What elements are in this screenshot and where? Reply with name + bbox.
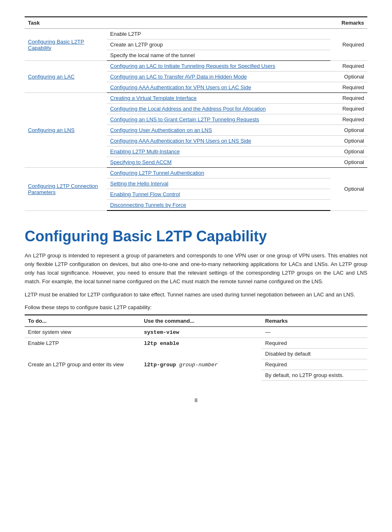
todo-cell: Create an L2TP group and enter its view (25, 359, 141, 381)
detail-link[interactable]: Configuring an LAC to Transfer AVP Data … (110, 74, 247, 80)
detail-link[interactable]: Configuring L2TP Tunnel Authentication (110, 170, 204, 176)
section-heading: Configuring Basic L2TP Capability (25, 227, 367, 245)
task-link[interactable]: Configuring Basic L2TP Capability (28, 39, 84, 51)
detail-cell: Create an L2TP group (107, 39, 330, 50)
detail-link[interactable]: Creating a Virtual Template Interface (110, 95, 197, 101)
remarks-header: Remarks (330, 17, 367, 29)
remarks-cell: Required (262, 359, 367, 370)
detail-cell: Specifying to Send ACCM (107, 157, 330, 168)
navigation-table: Task Remarks Configuring Basic L2TP Capa… (25, 16, 367, 211)
todo-cell: Enter system view (25, 327, 141, 338)
table-row: Enable L2TPl2tp enableRequired (25, 338, 367, 349)
remarks-cell: Required (262, 338, 367, 349)
task-cell: Configuring Basic L2TP Capability (25, 29, 107, 61)
remarks-cell: Required (330, 29, 367, 61)
table-row: Configuring Basic L2TP CapabilityEnable … (25, 29, 367, 39)
remarks-cell: Optional (330, 157, 367, 168)
detail-cell: Setting the Hello Interval (107, 178, 330, 189)
body-paragraph-1: An L2TP group is intended to represent a… (25, 252, 367, 286)
remarks-cell: Required (330, 61, 367, 72)
detail-cell: Enabling Tunnel Flow Control (107, 189, 330, 200)
remarks-cell: Optional (330, 168, 367, 211)
remarks-cell: Optional (330, 136, 367, 146)
remarks-cell: Required (330, 104, 367, 114)
remarks-cell: Required (330, 114, 367, 125)
detail-cell: Enable L2TP (107, 29, 330, 39)
cmd-cell: system-view (141, 327, 262, 338)
task-header: Task (25, 17, 107, 29)
detail-cell: Creating a Virtual Template Interface (107, 93, 330, 104)
remarks-cell: Required (330, 93, 367, 104)
detail-link[interactable]: Configuring AAA Authentication for VPN U… (110, 84, 251, 90)
detail-link[interactable]: Configuring User Authentication on an LN… (110, 127, 212, 133)
cmd-cell: l2tp enable (141, 338, 262, 359)
todo-header: To do... (25, 315, 141, 327)
detail-link[interactable]: Enabling Tunnel Flow Control (110, 191, 180, 197)
cmd-header: Use the command... (141, 315, 262, 327)
detail-link[interactable]: Enabling L2TP Multi-Instance (110, 148, 180, 155)
detail-cell: Disconnecting Tunnels by Force (107, 200, 330, 211)
remarks-cell: Required (330, 82, 367, 93)
detail-cell: Configuring AAA Authentication for VPN U… (107, 82, 330, 93)
detail-header (107, 17, 330, 29)
detail-link[interactable]: Configuring AAA Authentication for VPN U… (110, 138, 251, 144)
task-cell: Configuring an LNS (25, 93, 107, 168)
detail-link[interactable]: Specifying to Send ACCM (110, 159, 172, 165)
detail-cell: Enabling L2TP Multi-Instance (107, 146, 330, 157)
table-row: Create an L2TP group and enter its viewl… (25, 359, 367, 370)
remarks-cell: Optional (330, 72, 367, 82)
detail-cell: Specify the local name of the tunnel (107, 50, 330, 61)
detail-cell: Configuring AAA Authentication for VPN U… (107, 136, 330, 146)
detail-cell: Configuring L2TP Tunnel Authentication (107, 168, 330, 178)
detail-link[interactable]: Setting the Hello Interval (110, 180, 168, 187)
steps-intro: Follow these steps to configure basic L2… (25, 304, 367, 310)
page-number: 8 (25, 397, 367, 403)
remarks-cell: Optional (330, 146, 367, 157)
remarks-header-bottom: Remarks (262, 315, 367, 327)
steps-table: To do... Use the command... Remarks Ente… (25, 315, 367, 381)
detail-cell: Configuring User Authentication on an LN… (107, 125, 330, 136)
detail-cell: Configuring an LAC to Transfer AVP Data … (107, 72, 330, 82)
todo-cell: Enable L2TP (25, 338, 141, 359)
table-row: Configuring an LACConfiguring an LAC to … (25, 61, 367, 72)
remarks-cell: By default, no L2TP group exists. (262, 370, 367, 381)
detail-link[interactable]: Configuring an LAC to Initiate Tunneling… (110, 63, 275, 69)
task-link[interactable]: Configuring L2TP Connection Parameters (28, 183, 98, 195)
cmd-cell: l2tp-group group-number (141, 359, 262, 381)
task-link[interactable]: Configuring an LNS (28, 127, 74, 133)
detail-link[interactable]: Configuring an LNS to Grant Certain L2TP… (110, 116, 259, 123)
remarks-cell: Disabled by default (262, 349, 367, 359)
table-row: Configuring L2TP Connection ParametersCo… (25, 168, 367, 178)
detail-cell: Configuring an LAC to Initiate Tunneling… (107, 61, 330, 72)
table-row: Configuring an LNSCreating a Virtual Tem… (25, 93, 367, 104)
remarks-cell: Optional (330, 125, 367, 136)
detail-cell: Configuring an LNS to Grant Certain L2TP… (107, 114, 330, 125)
remarks-cell: — (262, 327, 367, 338)
detail-link[interactable]: Configuring the Local Address and the Ad… (110, 106, 266, 112)
detail-cell: Configuring the Local Address and the Ad… (107, 104, 330, 114)
task-cell: Configuring L2TP Connection Parameters (25, 168, 107, 211)
task-link[interactable]: Configuring an LAC (28, 74, 74, 80)
task-cell: Configuring an LAC (25, 61, 107, 93)
body-paragraph-2: L2TP must be enabled for L2TP configurat… (25, 291, 367, 299)
detail-link[interactable]: Disconnecting Tunnels by Force (110, 202, 186, 208)
table-row: Enter system viewsystem-view— (25, 327, 367, 338)
